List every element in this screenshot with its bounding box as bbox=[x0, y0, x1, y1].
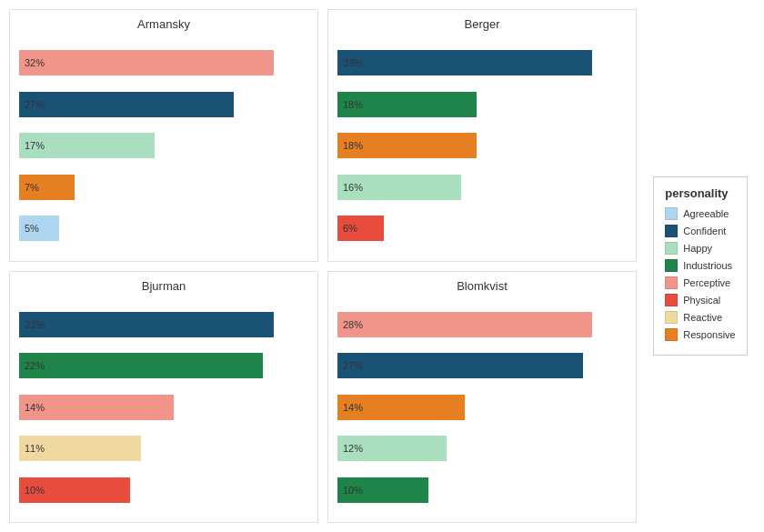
bar: 5% bbox=[19, 216, 59, 241]
bar: 10% bbox=[19, 477, 130, 503]
bar-row: 7% bbox=[19, 175, 308, 200]
bar: 27% bbox=[19, 92, 234, 117]
legend-color-swatch bbox=[665, 294, 678, 306]
legend-item: Perceptive bbox=[665, 276, 735, 289]
bar-row: 17% bbox=[19, 133, 308, 158]
bar-row: 12% bbox=[337, 436, 627, 461]
bar-row: 33% bbox=[337, 50, 627, 75]
legend-title: personality bbox=[665, 186, 735, 200]
chart-title-armansky: Armansky bbox=[19, 17, 308, 31]
bar: 11% bbox=[19, 436, 141, 461]
legend-label: Responsive bbox=[683, 329, 735, 340]
bars-container-armansky: 32%27%17%7%5% bbox=[19, 38, 308, 254]
legend-label: Physical bbox=[683, 295, 720, 306]
legend-label: Reactive bbox=[683, 312, 722, 323]
chart-panel-bjurman: Bjurman23%22%14%11%10% bbox=[9, 271, 318, 524]
legend-label: Happy bbox=[683, 243, 712, 254]
chart-panel-berger: Berger33%18%18%16%6% bbox=[327, 9, 637, 262]
bar-row: 14% bbox=[337, 395, 627, 420]
bar-row: 18% bbox=[337, 92, 627, 117]
bar: 22% bbox=[19, 353, 263, 378]
legend-item: Reactive bbox=[665, 311, 735, 324]
legend-color-swatch bbox=[665, 311, 678, 324]
legend-item: Agreeable bbox=[665, 207, 735, 220]
legend-label: Perceptive bbox=[683, 277, 730, 288]
legend-color-swatch bbox=[665, 207, 678, 220]
chart-title-blomkvist: Blomkvist bbox=[337, 279, 627, 293]
legend-item: Industrious bbox=[665, 259, 735, 272]
legend-color-swatch bbox=[665, 328, 678, 341]
chart-title-bjurman: Bjurman bbox=[19, 279, 308, 293]
chart-panel-blomkvist: Blomkvist28%27%14%12%10% bbox=[327, 271, 637, 524]
charts-area: Armansky32%27%17%7%5%Berger33%18%18%16%6… bbox=[9, 9, 637, 523]
bar-row: 6% bbox=[337, 216, 627, 241]
legend-color-swatch bbox=[665, 242, 678, 255]
legend-item: Physical bbox=[665, 294, 735, 306]
bar: 6% bbox=[337, 216, 384, 241]
bar: 18% bbox=[337, 92, 477, 117]
bars-container-berger: 33%18%18%16%6% bbox=[337, 38, 627, 254]
bar-row: 23% bbox=[19, 312, 308, 337]
legend-item: Happy bbox=[665, 242, 735, 255]
bar-row: 5% bbox=[19, 216, 308, 241]
bar: 16% bbox=[337, 175, 461, 200]
bar: 28% bbox=[337, 312, 592, 337]
bar-row: 18% bbox=[337, 133, 627, 158]
bar-row: 10% bbox=[19, 477, 308, 503]
bar: 27% bbox=[337, 353, 583, 378]
bar: 12% bbox=[337, 436, 447, 461]
bar-row: 22% bbox=[19, 353, 308, 378]
legend-color-swatch bbox=[665, 225, 678, 237]
legend-area: personality AgreeableConfidentHappyIndus… bbox=[637, 9, 755, 523]
bar: 33% bbox=[337, 50, 592, 75]
legend-box: personality AgreeableConfidentHappyIndus… bbox=[653, 176, 747, 356]
bar: 23% bbox=[19, 312, 274, 337]
bars-container-blomkvist: 28%27%14%12%10% bbox=[337, 300, 627, 516]
bar-row: 10% bbox=[337, 477, 627, 503]
bars-container-bjurman: 23%22%14%11%10% bbox=[19, 300, 308, 516]
bar: 17% bbox=[19, 133, 155, 158]
bar: 7% bbox=[19, 175, 75, 200]
chart-panel-armansky: Armansky32%27%17%7%5% bbox=[9, 9, 318, 262]
legend-item: Confident bbox=[665, 225, 735, 237]
bar: 32% bbox=[19, 50, 274, 75]
bar: 10% bbox=[337, 477, 428, 503]
bar-row: 27% bbox=[19, 92, 308, 117]
legend-color-swatch bbox=[665, 276, 678, 289]
bar: 14% bbox=[19, 395, 174, 420]
bar-row: 11% bbox=[19, 436, 308, 461]
bar-row: 16% bbox=[337, 175, 627, 200]
bar: 18% bbox=[337, 133, 477, 158]
legend-item: Responsive bbox=[665, 328, 735, 341]
bar-row: 32% bbox=[19, 50, 308, 75]
bar-row: 27% bbox=[337, 353, 627, 378]
bar-row: 14% bbox=[19, 395, 308, 420]
bar: 14% bbox=[337, 395, 465, 420]
legend-label: Agreeable bbox=[683, 208, 729, 219]
bar-row: 28% bbox=[337, 312, 627, 337]
legend-color-swatch bbox=[665, 259, 678, 272]
chart-title-berger: Berger bbox=[337, 17, 627, 31]
legend-label: Confident bbox=[683, 226, 726, 236]
legend-label: Industrious bbox=[683, 260, 732, 271]
